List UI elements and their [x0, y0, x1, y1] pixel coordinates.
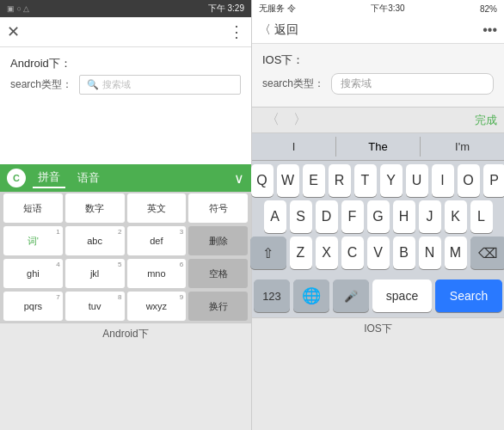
android-voice-btn[interactable]: 语音 — [72, 169, 105, 187]
android-key-enter[interactable]: 换行 — [188, 292, 248, 321]
ios-key-search[interactable]: Search — [435, 280, 502, 312]
ios-keyboard-bottom-row: 123 🌐 🎤 space Search — [252, 276, 504, 317]
android-key-abc[interactable]: 2 abc — [65, 226, 125, 255]
ios-done-button[interactable]: 完成 — [475, 113, 497, 128]
android-key-row-0: 短语 数字 英文 符号 — [0, 192, 251, 224]
android-pinyin-btn[interactable]: 拼音 — [33, 168, 65, 188]
ios-key-v[interactable]: V — [367, 236, 390, 269]
ios-status-wifi: 无服务 令 — [259, 3, 296, 15]
android-key-tuv[interactable]: 8 tuv — [65, 292, 125, 321]
ios-suggestions-bar: I The I'm — [252, 133, 504, 161]
ios-key-q[interactable]: Q — [251, 164, 274, 197]
android-content: Android下： search类型： 🔍 搜索域 — [0, 47, 251, 164]
ios-status-time: 下午3:30 — [371, 3, 404, 15]
ios-key-globe[interactable]: 🌐 — [293, 280, 329, 312]
android-section-label: Android下： — [10, 56, 241, 71]
android-key-duanyu[interactable]: 短语 — [3, 194, 63, 223]
ios-key-j[interactable]: J — [419, 200, 441, 233]
ios-bottom-label: IOS下 — [252, 317, 504, 430]
ios-key-k[interactable]: K — [445, 200, 467, 233]
android-key-mno[interactable]: 6 mno — [127, 259, 187, 288]
android-key-delete[interactable]: 删除 — [188, 226, 248, 255]
android-key-row-1: 1 词' 2 abc 3 def 删除 — [0, 224, 251, 257]
ios-key-o[interactable]: O — [458, 164, 480, 197]
android-key-ci[interactable]: 1 词' — [3, 226, 63, 255]
ios-key-x[interactable]: X — [316, 236, 338, 269]
ios-key-b[interactable]: B — [393, 236, 415, 269]
ios-key-rows: Q W E R T Y U I O P A S D F G — [252, 161, 504, 276]
ios-key-row-1: A S D F G H J K L — [254, 200, 502, 233]
ios-key-shift[interactable]: ⇧ — [250, 236, 286, 269]
ios-key-l[interactable]: L — [470, 200, 493, 233]
ios-key-z[interactable]: Z — [290, 236, 312, 269]
ios-content: IOS下： search类型： 搜索域 — [252, 44, 504, 107]
android-top-bar: ✕ ⋮ — [0, 17, 251, 47]
ios-section-label: IOS下： — [262, 52, 494, 68]
android-key-wxyz[interactable]: 9 wxyz — [127, 292, 187, 321]
ios-key-t[interactable]: T — [354, 164, 377, 197]
ios-nav-back-arrow[interactable]: 〈 — [259, 111, 286, 129]
ios-key-s[interactable]: S — [290, 200, 312, 233]
ios-key-n[interactable]: N — [419, 236, 441, 269]
android-search-input[interactable]: 🔍 搜索域 — [79, 75, 241, 95]
android-key-def[interactable]: 3 def — [127, 226, 187, 255]
android-search-row: search类型： 🔍 搜索域 — [10, 75, 241, 95]
ios-key-c[interactable]: C — [341, 236, 364, 269]
ios-key-row-0: Q W E R T Y U I O P — [254, 164, 502, 197]
ios-key-w[interactable]: W — [277, 164, 299, 197]
android-menu-icon[interactable]: ⋮ — [229, 22, 244, 41]
ios-key-m[interactable]: M — [445, 236, 467, 269]
android-bottom-label: Android下 — [0, 322, 251, 430]
ios-status-bar: 无服务 令 下午3:30 82% — [252, 0, 504, 17]
android-key-shuzi[interactable]: 数字 — [65, 194, 125, 223]
android-key-pqrs[interactable]: 7 pqrs — [3, 292, 63, 321]
ios-keyboard: I The I'm Q W E R T Y U I O P — [252, 133, 504, 317]
ios-panel: 无服务 令 下午3:30 82% 〈 返回 ••• IOS下： search类型… — [252, 0, 504, 430]
ios-key-e[interactable]: E — [303, 164, 325, 197]
android-keyboard: C 拼音 语音 ∨ 短语 数字 英文 符号 1 词' — [0, 164, 251, 322]
android-search-type-label: search类型： — [10, 77, 72, 92]
android-key-fuhao[interactable]: 符号 — [188, 194, 248, 223]
ios-key-numbers[interactable]: 123 — [254, 280, 290, 312]
ios-back-button[interactable]: 〈 返回 — [259, 22, 298, 38]
ios-top-bar: 〈 返回 ••• — [252, 17, 504, 44]
ios-suggestion-im[interactable]: I'm — [421, 137, 504, 157]
android-status-time: 下午 3:29 — [208, 3, 244, 15]
ios-key-g[interactable]: G — [367, 200, 390, 233]
ios-key-a[interactable]: A — [264, 200, 286, 233]
android-status-left: ▣ ○ △ — [7, 4, 29, 13]
android-panel: ▣ ○ △ 下午 3:29 ✕ ⋮ Android下： search类型： 🔍 … — [0, 0, 252, 430]
ios-key-row-2: ⇧ Z X C V B N M ⌫ — [254, 236, 502, 269]
android-key-ghi[interactable]: 4 ghi — [3, 259, 63, 288]
ios-key-y[interactable]: Y — [380, 164, 403, 197]
android-search-placeholder: 搜索域 — [102, 78, 131, 91]
android-key-space[interactable]: 空格 — [188, 259, 248, 288]
android-keyboard-collapse-icon[interactable]: ∨ — [234, 170, 244, 187]
ios-key-f[interactable]: F — [341, 200, 364, 233]
ios-key-u[interactable]: U — [406, 164, 428, 197]
ios-nav-forward-arrow[interactable]: 〉 — [286, 111, 314, 129]
ios-suggestion-i[interactable]: I — [252, 137, 336, 157]
ios-key-d[interactable]: D — [316, 200, 338, 233]
android-keyboard-logo: C — [7, 169, 26, 187]
ios-status-battery: 82% — [480, 4, 497, 14]
ios-search-placeholder: 搜索域 — [341, 77, 372, 89]
ios-key-r[interactable]: R — [329, 164, 351, 197]
ios-key-p[interactable]: P — [483, 164, 505, 197]
ios-key-delete[interactable]: ⌫ — [470, 236, 505, 269]
android-key-yingwen[interactable]: 英文 — [127, 194, 187, 223]
ios-key-mic[interactable]: 🎤 — [333, 280, 369, 312]
ios-search-input[interactable]: 搜索域 — [331, 73, 494, 95]
android-status-bar: ▣ ○ △ 下午 3:29 — [0, 0, 251, 17]
ios-suggestion-the[interactable]: The — [336, 137, 421, 157]
ios-key-space[interactable]: space — [372, 280, 432, 312]
android-close-icon[interactable]: ✕ — [7, 22, 20, 41]
ios-key-i[interactable]: I — [432, 164, 454, 197]
search-icon: 🔍 — [87, 79, 99, 90]
ios-key-h[interactable]: H — [393, 200, 415, 233]
android-key-jkl[interactable]: 5 jkl — [65, 259, 125, 288]
ios-search-type-label: search类型： — [262, 77, 324, 91]
android-key-row-3: 7 pqrs 8 tuv 9 wxyz 换行 — [0, 290, 251, 322]
android-key-row-2: 4 ghi 5 jkl 6 mno 空格 — [0, 257, 251, 290]
ios-menu-icon[interactable]: ••• — [482, 22, 497, 38]
